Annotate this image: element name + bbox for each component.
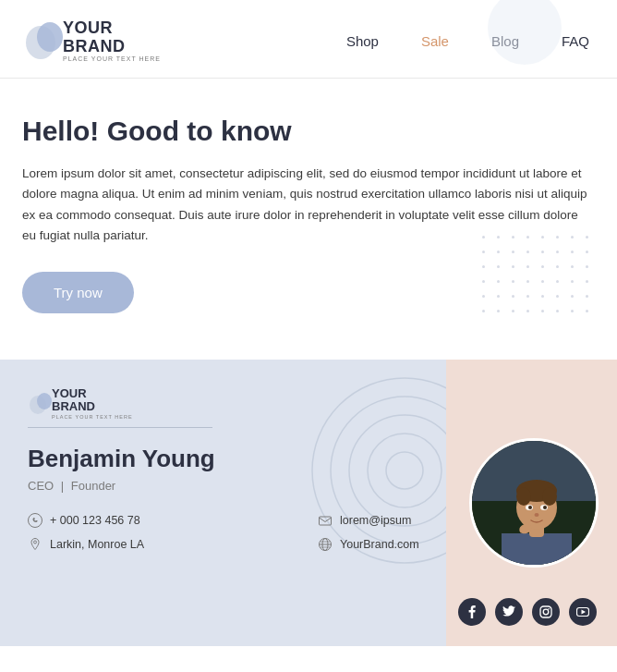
- svg-point-35: [548, 608, 550, 610]
- nav-sale[interactable]: Sale: [421, 33, 449, 49]
- contact-location: Larkin, Monroe LA: [28, 537, 299, 552]
- hero-body: Lorem ipsum dolor sit amet, consectetur …: [22, 164, 589, 246]
- hero-section: Hello! Good to know Lorem ipsum dolor si…: [0, 79, 617, 332]
- card-brand-name: YOURBRAND: [52, 387, 133, 414]
- youtube-icon[interactable]: [569, 598, 597, 626]
- person-name: Benjamin Young: [28, 445, 589, 473]
- card-section: YOURBRAND PLACE YOUR TEXT HERE Benjamin …: [0, 360, 617, 646]
- website-text: YourBrand.com: [340, 538, 419, 551]
- card-brand: YOURBRAND PLACE YOUR TEXT HERE: [28, 387, 589, 420]
- nav-shop[interactable]: Shop: [346, 33, 379, 49]
- svg-point-1: [37, 22, 63, 52]
- person-title: CEO | Founder: [28, 479, 589, 493]
- svg-point-24: [37, 393, 52, 409]
- svg-marker-37: [582, 610, 587, 615]
- brand-text: YOURBRAND PLACE YOUR TEXT HERE: [63, 19, 161, 63]
- navbar: YOURBRAND PLACE YOUR TEXT HERE Shop Sale…: [0, 0, 617, 79]
- hero-heading: Hello! Good to know: [22, 116, 589, 147]
- svg-point-27: [34, 541, 37, 544]
- svg-rect-33: [540, 606, 551, 617]
- social-icons-row: [458, 598, 597, 626]
- email-icon: [318, 513, 333, 528]
- card-divider: [28, 427, 212, 428]
- card-brand-tagline: PLACE YOUR TEXT HERE: [52, 414, 133, 420]
- card-brand-blob: [28, 389, 55, 417]
- brand-blob-icon: [22, 17, 70, 65]
- phone-icon: [28, 513, 42, 528]
- twitter-icon[interactable]: [495, 598, 523, 626]
- brand-tagline: PLACE YOUR TEXT HERE: [63, 55, 161, 62]
- email-text: lorem@ipsum: [340, 514, 411, 527]
- svg-point-25: [29, 513, 42, 527]
- facebook-icon[interactable]: [458, 598, 486, 626]
- nav-faq[interactable]: FAQ: [562, 33, 589, 49]
- phone-text: + 000 123 456 78: [50, 514, 140, 527]
- location-text: Larkin, Monroe LA: [50, 538, 144, 551]
- brand-name: YOURBRAND: [63, 19, 161, 56]
- contact-grid: + 000 123 456 78 lorem@ipsum Larkin, Mon…: [28, 513, 589, 552]
- contact-email: lorem@ipsum: [318, 513, 589, 528]
- nav-decoration-circle: [488, 0, 562, 65]
- svg-rect-26: [320, 517, 332, 525]
- dot-grid-decoration: [482, 236, 595, 319]
- location-icon: [28, 537, 42, 552]
- try-now-button[interactable]: Try now: [22, 272, 134, 313]
- contact-phone: + 000 123 456 78: [28, 513, 299, 528]
- contact-website: YourBrand.com: [318, 537, 589, 552]
- globe-icon: [318, 537, 333, 552]
- card-inner: YOURBRAND PLACE YOUR TEXT HERE Benjamin …: [0, 387, 617, 580]
- card-brand-text: YOURBRAND PLACE YOUR TEXT HERE: [52, 387, 133, 420]
- brand-logo: YOURBRAND PLACE YOUR TEXT HERE: [22, 17, 161, 65]
- svg-point-34: [543, 609, 549, 615]
- instagram-icon[interactable]: [532, 598, 560, 626]
